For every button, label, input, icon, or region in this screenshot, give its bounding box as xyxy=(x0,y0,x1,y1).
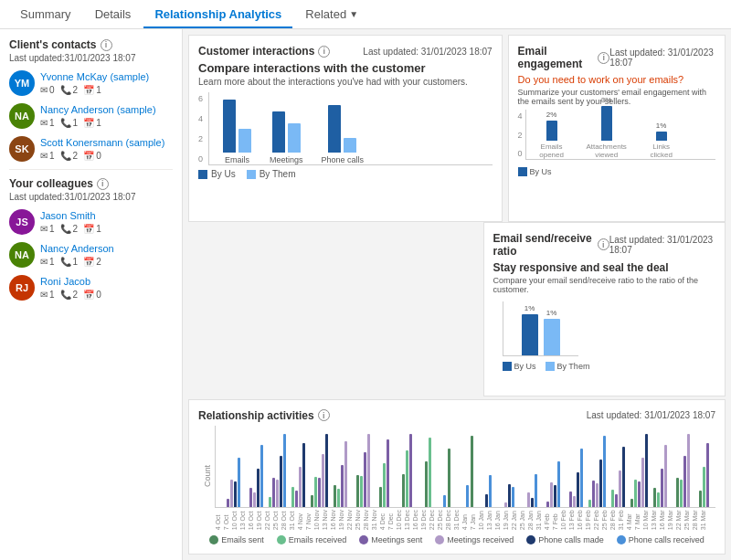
act-x-label: 25 Mar xyxy=(683,510,690,530)
y-axis-label: Count xyxy=(203,469,212,487)
calendar-icon: 📅 xyxy=(83,257,94,267)
act-x-label: 10 Dec xyxy=(396,510,402,530)
act-x-label: 19 Jan xyxy=(503,510,509,530)
customer-interactions-legend: By Us By Them xyxy=(198,169,493,179)
colleagues-info-icon[interactable]: i xyxy=(97,178,109,190)
legend-bythem-label: By Them xyxy=(260,169,296,179)
act-bar xyxy=(257,469,260,507)
y-axis: 6420 xyxy=(198,92,203,165)
act-x-label: 22 Oct xyxy=(264,510,270,530)
legend-meetings-received-dot xyxy=(435,535,444,544)
act-x-label: 4 Oct xyxy=(215,510,221,530)
act-bar xyxy=(249,488,252,507)
phone-icon: 📞 xyxy=(60,85,71,95)
act-x-label: 31 Dec xyxy=(453,510,460,530)
act-x-label: 22 Mar xyxy=(675,510,682,530)
act-bar xyxy=(676,478,679,507)
act-x-label: 22 Feb xyxy=(593,510,599,530)
act-bar-group xyxy=(630,434,652,507)
act-x-label: 4 Dec xyxy=(379,510,386,530)
phone-icon: 📞 xyxy=(60,151,71,161)
act-bar xyxy=(630,499,633,507)
contact-name[interactable]: Nancy Anderson (sample) xyxy=(40,103,173,116)
customer-interactions-info-icon[interactable]: i xyxy=(318,46,330,58)
act-bar xyxy=(367,434,370,507)
phone-icon: 📞 xyxy=(60,118,71,128)
customer-interactions-title: Customer interactions xyxy=(198,45,314,58)
act-x-label: 28 Oct xyxy=(281,510,287,530)
legend-emails-received-label: Emails received xyxy=(289,535,347,544)
act-bar-group xyxy=(585,436,606,507)
act-bar xyxy=(622,447,625,507)
relationship-activities-last-updated: Last updated: 31/01/2023 18:07 xyxy=(587,410,715,420)
contact-name[interactable]: Jason Smith xyxy=(40,209,173,222)
act-bar xyxy=(314,477,317,507)
email-engagement-subtitle: Do you need to work on your emails? xyxy=(518,74,715,85)
tab-relationship-analytics[interactable]: Relationship Analytics xyxy=(143,2,292,28)
act-bar xyxy=(402,474,405,507)
email-icon: ✉ xyxy=(40,85,48,95)
tab-related[interactable]: Related ▼ xyxy=(294,2,369,28)
act-x-label: 13 Feb xyxy=(568,510,575,530)
act-bar-group xyxy=(402,434,423,507)
customer-interactions-desc: Learn more about the interactions you've… xyxy=(198,77,493,87)
act-bar xyxy=(599,460,602,507)
act-bar xyxy=(280,456,282,507)
act-x-label: 7 Oct xyxy=(223,510,229,530)
email-send-receive-info-icon[interactable]: i xyxy=(598,238,609,250)
act-x-label: 31 Oct xyxy=(289,510,295,530)
act-x-label: 22 Jan xyxy=(511,510,517,530)
tab-details[interactable]: Details xyxy=(84,2,143,28)
contact-item: RJ Roni Jacob ✉ 1 📞 2 📅 0 xyxy=(9,275,173,301)
avatar: NA xyxy=(9,242,35,268)
act-bar xyxy=(657,492,660,507)
act-bar-group xyxy=(516,474,537,507)
act-x-label: 28 Feb xyxy=(609,510,616,530)
act-bar xyxy=(706,443,709,507)
calendar-icon: 📅 xyxy=(83,118,94,128)
relationship-activities-info-icon[interactable]: i xyxy=(318,409,330,421)
act-x-label: 31 Mar xyxy=(700,510,706,530)
legend-byus-label: By Us xyxy=(530,167,552,176)
label-emails-opened: Emails opened xyxy=(534,143,570,159)
contact-name[interactable]: Roni Jacob xyxy=(40,275,173,288)
phone-icon: 📞 xyxy=(60,224,71,234)
email-bars-area: 2% Emails opened 3% Attachments viewed 1… xyxy=(525,110,715,160)
act-bar xyxy=(653,488,656,507)
act-bar-group xyxy=(699,443,715,507)
contact-name[interactable]: Yvonne McKay (sample) xyxy=(40,70,173,83)
act-x-label: 16 Oct xyxy=(248,510,254,530)
act-bar-group xyxy=(676,434,697,507)
act-bar xyxy=(387,439,389,507)
act-bar xyxy=(615,494,618,507)
act-bar xyxy=(253,492,256,507)
avatar: RJ xyxy=(9,275,35,301)
act-x-label: 25 Nov xyxy=(355,510,361,530)
avatar: NA xyxy=(9,103,35,129)
contact-item: SK Scott Konersmann (sample) ✉ 1 📞 2 📅 0 xyxy=(9,136,173,162)
act-bar xyxy=(550,482,553,507)
act-bar xyxy=(318,478,321,507)
act-bar xyxy=(611,490,614,507)
label-attachments-viewed: Attachments viewed xyxy=(584,143,630,159)
tab-summary[interactable]: Summary xyxy=(9,2,82,28)
contact-name[interactable]: Nancy Anderson xyxy=(40,242,173,255)
act-bar xyxy=(269,497,271,507)
client-contacts-info-icon[interactable]: i xyxy=(101,39,112,51)
left-panel: Client's contacts i Last updated:31/01/2… xyxy=(0,29,183,560)
act-bar xyxy=(577,472,579,507)
act-bar xyxy=(485,494,488,507)
customer-interactions-subtitle: Compare interactions with the customer xyxy=(198,61,493,75)
email-send-receive-title: Email send/receive ratio xyxy=(493,232,594,258)
act-bar-group xyxy=(471,436,492,507)
contact-name[interactable]: Scott Konersmann (sample) xyxy=(40,136,173,149)
contact-item: NA Nancy Anderson ✉ 1 📞 1 📅 2 xyxy=(9,242,173,268)
contact-item: JS Jason Smith ✉ 1 📞 2 📅 1 xyxy=(9,209,173,235)
bars-area: Emails Meetings xyxy=(208,92,493,165)
act-bar xyxy=(546,502,549,507)
act-bar-group xyxy=(242,445,263,507)
email-engagement-info-icon[interactable]: i xyxy=(598,52,609,64)
act-bar xyxy=(531,498,534,507)
act-bar xyxy=(580,449,583,507)
activity-x-labels: 4 Oct7 Oct10 Oct13 Oct16 Oct19 Oct22 Oct… xyxy=(215,510,715,530)
